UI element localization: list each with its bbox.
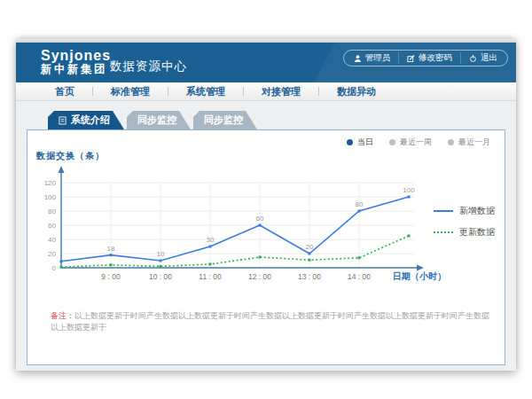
svg-text:18: 18 — [107, 245, 115, 253]
user-menu-admin[interactable]: 管理员 — [346, 52, 399, 64]
user-menu: 管理员 修改密码 退出 — [343, 50, 509, 66]
nav-item-system-mgmt[interactable]: 系统管理 — [168, 85, 243, 98]
tab-system-intro[interactable]: 系统介绍 — [48, 111, 124, 129]
app-window: Synjones 新中新集团 数据资源中心 管理员 修改密码 — [16, 39, 516, 371]
svg-text:60: 60 — [256, 215, 264, 223]
user-icon — [354, 54, 362, 63]
document-icon — [59, 116, 66, 125]
svg-text:40: 40 — [48, 236, 56, 244]
radio-today[interactable]: 当日 — [347, 137, 373, 148]
tab-sync-monitor-1[interactable]: 同步监控 — [127, 111, 191, 129]
footnote-text: 以上数据更新于时间产生数据以上数据更新于时间产生数据以上数据更新于时间产生数据以… — [51, 311, 489, 332]
svg-text:60: 60 — [48, 222, 56, 230]
tab-system-intro-label: 系统介绍 — [71, 111, 110, 129]
nav-item-data-change[interactable]: 数据异动 — [319, 85, 394, 98]
time-range-selector: 当日 最近一周 最近一月 — [347, 137, 490, 148]
radio-today-label: 当日 — [357, 137, 373, 148]
main-nav: 首页 标准管理 系统管理 对接管理 数据异动 — [16, 82, 516, 101]
radio-dot-icon — [448, 139, 454, 145]
logout-label: 退出 — [481, 52, 497, 64]
chart-panel: 当日 最近一周 最近一月 数据交换（条） 0204060801001209 : … — [27, 129, 505, 365]
legend-item-new-data: 新增数据 — [434, 205, 495, 217]
chart-legend: 新增数据 更新数据 — [434, 205, 495, 247]
exchange-line-chart: 0204060801001209 : 0010 : 0011 : 0012 : … — [35, 162, 451, 295]
tab-bar: 系统介绍 同步监控 同步监控 — [48, 111, 260, 129]
svg-text:11 : 00: 11 : 00 — [199, 272, 222, 281]
nav-item-standard-mgmt[interactable]: 标准管理 — [93, 85, 168, 98]
svg-text:100: 100 — [403, 186, 415, 194]
logout-button[interactable]: 退出 — [460, 52, 505, 64]
radio-last-month[interactable]: 最近一月 — [448, 137, 490, 148]
svg-text:20: 20 — [306, 243, 314, 251]
user-menu-admin-label: 管理员 — [365, 52, 391, 64]
app-header: Synjones 新中新集团 数据资源中心 管理员 修改密码 — [16, 43, 516, 82]
svg-text:80: 80 — [48, 207, 56, 215]
legend-update-data-label: 更新数据 — [459, 226, 495, 239]
svg-text:100: 100 — [44, 193, 57, 201]
page-title: 数据资源中心 — [110, 59, 187, 74]
footnote: 备注：以上数据更新于时间产生数据以上数据更新于时间产生数据以上数据更新于时间产生… — [51, 310, 494, 332]
svg-text:80: 80 — [356, 200, 364, 208]
radio-dot-icon — [389, 139, 395, 145]
y-axis-title: 数据交换（条） — [36, 150, 105, 162]
svg-text:20: 20 — [48, 250, 56, 258]
svg-text:12 : 00: 12 : 00 — [248, 272, 271, 281]
edit-icon — [407, 54, 415, 63]
brand-logo-primary: Synjones — [41, 48, 111, 64]
x-axis-title: 日期（小时） — [393, 270, 446, 283]
power-icon — [469, 54, 477, 63]
tab-sync-monitor-2[interactable]: 同步监控 — [193, 111, 257, 129]
svg-text:30: 30 — [207, 236, 215, 244]
dotted-line-icon — [434, 231, 453, 233]
change-password-button[interactable]: 修改密码 — [398, 52, 460, 64]
svg-text:13 : 00: 13 : 00 — [298, 272, 321, 281]
radio-dot-icon — [347, 139, 353, 145]
footnote-prefix: 备注： — [51, 311, 74, 320]
nav-item-home[interactable]: 首页 — [37, 85, 92, 98]
nav-item-interface-mgmt[interactable]: 对接管理 — [244, 85, 318, 98]
radio-last-week[interactable]: 最近一周 — [389, 137, 432, 148]
legend-item-update-data: 更新数据 — [434, 226, 495, 239]
screen: Synjones 新中新集团 数据资源中心 管理员 修改密码 — [0, 0, 532, 399]
change-password-label: 修改密码 — [419, 52, 452, 64]
solid-line-icon — [434, 210, 453, 212]
brand-logo-secondary: 新中新集团 — [41, 64, 111, 76]
svg-text:10: 10 — [157, 250, 165, 258]
brand-logo: Synjones 新中新集团 — [41, 48, 111, 75]
svg-text:0: 0 — [52, 264, 57, 272]
svg-text:9 : 00: 9 : 00 — [101, 272, 121, 281]
svg-text:10 : 00: 10 : 00 — [149, 272, 172, 281]
radio-last-week-label: 最近一周 — [400, 137, 432, 148]
svg-text:14 : 00: 14 : 00 — [348, 272, 371, 281]
svg-text:120: 120 — [44, 179, 57, 187]
legend-new-data-label: 新增数据 — [459, 205, 495, 217]
radio-last-month-label: 最近一月 — [458, 137, 490, 148]
